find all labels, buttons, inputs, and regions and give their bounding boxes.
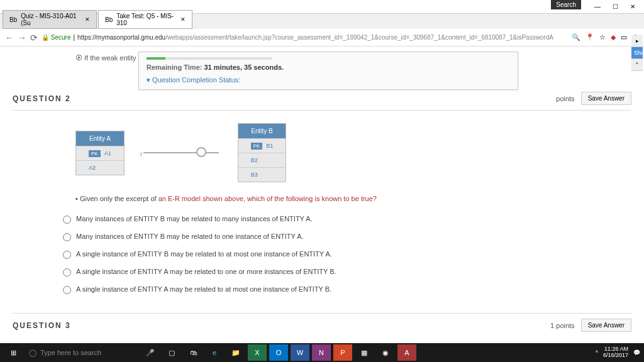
entity-a-header: Entity A: [76, 131, 124, 146]
explorer-icon[interactable]: 📁: [226, 344, 245, 361]
back-icon[interactable]: ←: [5, 33, 14, 43]
radio-1[interactable]: [63, 216, 71, 224]
option-3[interactable]: A single instance of ENTITY B may be rel…: [63, 250, 631, 259]
question-2-header: QUESTION 2 points Save Answer: [13, 87, 631, 111]
tab-take-test[interactable]: BbTake Test: Q5 - MIS-310✕: [98, 10, 192, 29]
powerpoint-icon[interactable]: P: [333, 344, 352, 361]
clock-date: 6/16/2017: [603, 353, 628, 359]
reload-icon[interactable]: ⟳: [30, 33, 38, 43]
word-icon[interactable]: W: [291, 344, 309, 361]
option-4[interactable]: A single instance of ENTITY A may be rel…: [63, 268, 631, 277]
titlebar-search[interactable]: Search: [551, 0, 581, 9]
question-completion-status[interactable]: ▾ Question Completion Status:: [147, 76, 510, 84]
save-answer-button[interactable]: Save Answer: [581, 92, 631, 105]
er-diagram: Entity A PKA1 A2 ⫞ Entity B PKB1 B2 B3: [75, 123, 631, 182]
expand-icon[interactable]: ⌃: [631, 59, 643, 71]
lock-icon: 🔒 Secure: [42, 34, 70, 41]
forward-icon[interactable]: →: [18, 33, 26, 43]
star-icon[interactable]: ☆: [599, 33, 606, 41]
extension-icon[interactable]: ◆: [611, 33, 616, 41]
question-title: QUESTION 2: [13, 94, 71, 103]
radio-3[interactable]: [63, 251, 71, 259]
address-bar: ← → ⟳ 🔒 Secure | https://mymasonportal.g…: [0, 29, 644, 47]
option-2[interactable]: Many instances of ENTITY B may be relate…: [63, 233, 631, 241]
store-icon[interactable]: 🛍: [184, 344, 203, 361]
notification-icon[interactable]: 💬: [633, 349, 640, 356]
minimize-button[interactable]: —: [589, 1, 606, 13]
points-label: points: [556, 95, 574, 102]
start-button[interactable]: ⊞: [4, 344, 23, 361]
side-panel: ▸ Share ⌃: [631, 35, 643, 71]
taskview-icon[interactable]: ▢: [162, 344, 181, 361]
access-icon[interactable]: A: [397, 344, 416, 361]
chevron-up-icon[interactable]: ^: [596, 349, 598, 356]
save-answer-button[interactable]: Save Answer: [581, 319, 631, 332]
cortana-icon[interactable]: 🎤: [141, 344, 160, 361]
pin-icon[interactable]: 📍: [586, 33, 594, 41]
entity-b: Entity B PKB1 B2 B3: [238, 123, 287, 182]
option-5[interactable]: A single instance of ENTITY A may be rel…: [63, 285, 631, 294]
taskbar-search[interactable]: ◯ Type here to search: [25, 349, 138, 357]
addr-actions: 🔍 📍 ☆ ◆ ▭ ⋮: [572, 33, 639, 41]
option-1[interactable]: Many instances of ENTITY B may be relate…: [63, 215, 631, 224]
relationship-line: ⫞: [143, 152, 219, 153]
edge-icon[interactable]: e: [205, 344, 224, 361]
taskbar: ⊞ ◯ Type here to search 🎤 ▢ 🛍 e 📁 X O W …: [0, 343, 644, 362]
timer-panel: Remaining Time: 31 minutes, 35 seconds. …: [138, 52, 518, 90]
page-content: ⦿ If the weak entity is ID-dep Remaining…: [0, 47, 644, 336]
crowfoot-icon: ⫞: [138, 148, 143, 158]
chrome-icon[interactable]: ◉: [376, 344, 395, 361]
close-icon[interactable]: ✕: [180, 16, 186, 23]
close-icon[interactable]: ✕: [85, 16, 90, 23]
mail-icon[interactable]: ▸: [631, 35, 643, 47]
timer-value: 31 minutes, 35 seconds.: [204, 63, 284, 71]
question-3-header: QUESTION 3 1 points Save Answer: [13, 313, 631, 336]
tab-label: Quiz - MIS-310-A01 (Su: [21, 13, 81, 26]
close-button[interactable]: ✕: [624, 1, 641, 13]
progress-bar: [147, 57, 272, 60]
url-field[interactable]: 🔒 Secure | https://mymasonportal.gmu.edu…: [42, 34, 568, 41]
tab-label: Take Test: Q5 - MIS-310: [116, 13, 177, 26]
question-prompt: • Given only the excerpt of an E-R model…: [75, 195, 631, 202]
radio-5[interactable]: [63, 286, 71, 294]
tab-quiz[interactable]: BbQuiz - MIS-310-A01 (Su✕: [3, 10, 97, 29]
points-label: 1 points: [550, 322, 575, 329]
maximize-button[interactable]: ☐: [606, 1, 624, 13]
share-tab[interactable]: Share: [631, 47, 643, 59]
browser-tabs: BbQuiz - MIS-310-A01 (Su✕ BbTake Test: Q…: [0, 14, 644, 29]
entity-b-header: Entity B: [238, 124, 286, 138]
question-title: QUESTION 3: [13, 321, 71, 330]
excel-icon[interactable]: X: [248, 344, 267, 361]
system-tray[interactable]: ^ 11:26 AM 6/16/2017 💬: [596, 346, 640, 359]
cast-icon[interactable]: ▭: [621, 33, 627, 41]
zoom-icon[interactable]: 🔍: [572, 33, 580, 41]
timer-label: Remaining Time:: [147, 63, 202, 71]
radio-4[interactable]: [63, 268, 71, 277]
radio-2[interactable]: [63, 233, 71, 241]
outlook-icon[interactable]: O: [269, 344, 288, 361]
circle-icon: [196, 147, 206, 157]
entity-a: Entity A PKA1 A2: [75, 131, 125, 175]
movies-icon[interactable]: ▦: [355, 344, 374, 361]
onenote-icon[interactable]: N: [312, 344, 331, 361]
